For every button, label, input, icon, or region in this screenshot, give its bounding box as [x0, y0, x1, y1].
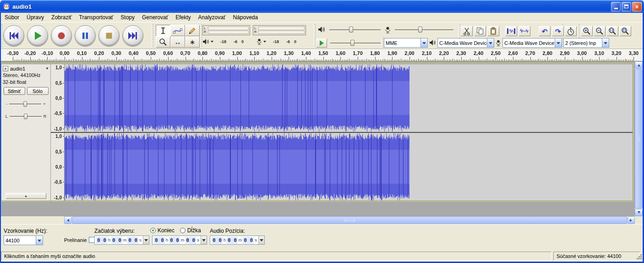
meter-left-label: L [254, 27, 257, 30]
cut-button[interactable] [461, 26, 473, 36]
time-field-dropdown-icon[interactable] [201, 236, 207, 244]
time-digits-m[interactable]: 0 0 [111, 237, 122, 244]
scroll-right-button[interactable] [628, 216, 635, 224]
chevron-down-icon[interactable] [263, 41, 266, 44]
solo-button[interactable]: Sólo [27, 87, 49, 95]
time-field-dropdown-icon[interactable] [258, 236, 264, 244]
time-digits-h[interactable]: 0 0 [212, 237, 223, 244]
vertical-scale-left[interactable]: 1,00,50,0-0,5-1,0 [51, 64, 65, 132]
play-button[interactable] [27, 25, 48, 46]
draw-tool-button[interactable] [185, 25, 200, 36]
skip-to-end-button[interactable] [122, 25, 143, 46]
chevron-down-icon[interactable] [211, 41, 213, 44]
time-digits-h[interactable]: 0 0 [96, 237, 107, 244]
snap-checkbox[interactable] [89, 237, 95, 243]
sample-rate-select[interactable]: 44100 [4, 236, 43, 245]
menu-item-7[interactable]: Analyzovať [195, 13, 229, 22]
mute-button[interactable]: Stlmiť [4, 87, 25, 95]
gain-slider[interactable] [9, 101, 41, 107]
vertical-scale-right[interactable]: 1,00,50,0-0,5-1,0 [51, 133, 65, 201]
menu-item-2[interactable]: Zobraziť [48, 13, 76, 22]
time-digits-m[interactable]: 0 0 [169, 237, 180, 244]
output-volume-slider[interactable] [329, 26, 381, 33]
close-button[interactable]: × [632, 2, 642, 11]
multi-tool-button[interactable]: ∗ [185, 36, 200, 48]
pause-button[interactable] [75, 25, 96, 46]
minimize-button[interactable] [611, 2, 621, 11]
scroll-left-button[interactable] [64, 216, 71, 224]
output-device-select[interactable]: C-Media Wave Device [437, 38, 494, 48]
snap-label: Prelínanie [64, 237, 87, 243]
radio-length[interactable]: Dĺžka [180, 227, 201, 234]
play-at-speed-button[interactable] [316, 38, 327, 48]
sample-rate-value: 44100 [5, 238, 20, 243]
time-digits-s[interactable]: 0 0 [243, 237, 254, 244]
input-volume-slider[interactable] [395, 26, 453, 33]
time-digits-m[interactable]: 0 0 [227, 237, 238, 244]
menu-item-4[interactable]: Stopy [117, 13, 138, 22]
paste-button[interactable] [487, 26, 499, 36]
horizontal-scroll-thumb[interactable] [72, 216, 627, 224]
input-device-select[interactable]: C-Media Wave Device: [502, 38, 562, 48]
maximize-button[interactable] [622, 2, 631, 11]
radio-end[interactable]: Koniec [150, 227, 175, 234]
output-meter[interactable]: L R [202, 25, 250, 35]
silence-audio-button[interactable] [518, 26, 530, 36]
time-field-dropdown-icon[interactable] [143, 236, 149, 244]
titlebar[interactable]: audio1 × [0, 0, 644, 13]
scroll-down-button[interactable] [635, 209, 643, 216]
time-digits-h[interactable]: 0 0 [154, 237, 165, 244]
output-meter-bar-right [208, 31, 249, 34]
slider-thumb[interactable] [418, 27, 422, 33]
menu-item-5[interactable]: Generovať [138, 13, 172, 22]
pan-slider[interactable] [10, 113, 42, 120]
collapse-track-button[interactable]: ▲ [5, 193, 46, 199]
selection-end-time[interactable]: 0 0h0 0m0 0s [152, 236, 207, 245]
fit-selection-button[interactable] [606, 26, 618, 36]
copy-button[interactable] [474, 26, 486, 36]
zoom-out-button[interactable] [594, 26, 606, 36]
vertical-scrollbar[interactable] [635, 61, 643, 216]
scroll-up-button[interactable] [635, 61, 643, 69]
track-close-button[interactable]: × [3, 66, 8, 71]
trim-audio-button[interactable] [505, 26, 517, 36]
audio-position-time[interactable]: 0 0h0 0m0 0s [210, 236, 265, 245]
zoom-tool-button[interactable] [156, 36, 170, 48]
menu-item-6[interactable]: Efekty [172, 13, 194, 22]
redo-button[interactable]: ↷ [552, 26, 564, 36]
time-digits-s[interactable]: 0 0 [127, 237, 138, 244]
fit-project-button[interactable] [619, 26, 631, 36]
time-digits-s[interactable]: 0 0 [185, 237, 196, 244]
menu-item-1[interactable]: Úpravy [23, 13, 48, 22]
menu-item-3[interactable]: Transportovať [76, 13, 117, 22]
toolbar-gripper[interactable] [152, 24, 154, 48]
menu-item-0[interactable]: Súbor [1, 13, 23, 22]
slider-thumb[interactable] [350, 40, 355, 46]
slider-thumb[interactable] [24, 114, 27, 119]
slider-thumb[interactable] [23, 101, 27, 107]
stop-button[interactable] [98, 25, 120, 46]
amplitude-scale-label: 0,0 [55, 96, 62, 101]
vertical-scroll-thumb[interactable] [635, 69, 643, 208]
selection-start-time[interactable]: 0 0h0 0m0 0s [94, 236, 149, 245]
menu-item-8[interactable]: Nápoveda [229, 13, 262, 22]
envelope-tool-button[interactable] [170, 25, 185, 36]
audio-host-select[interactable]: MME [384, 38, 428, 48]
slider-thumb[interactable] [349, 27, 353, 33]
undo-button[interactable]: ↶ [539, 26, 551, 36]
play-speed-slider[interactable] [330, 39, 381, 47]
timer-button[interactable] [565, 26, 577, 36]
selection-tool-button[interactable] [156, 25, 170, 36]
zoom-in-button[interactable] [581, 26, 593, 36]
timeline-ruler[interactable] [0, 49, 644, 61]
resize-grip[interactable] [637, 254, 642, 260]
waveform-right-channel[interactable] [65, 133, 633, 201]
input-meter[interactable]: L R [253, 25, 306, 35]
track-menu-button[interactable]: ▼ [45, 66, 49, 71]
record-button[interactable] [51, 25, 72, 46]
timeshift-tool-button[interactable]: ↔ [170, 36, 185, 48]
skip-to-start-button[interactable] [3, 25, 24, 46]
horizontal-scrollbar[interactable] [64, 216, 635, 224]
input-channels-select[interactable]: 2 (Stereo) Inp [563, 38, 609, 48]
waveform-left-channel[interactable] [65, 64, 633, 132]
